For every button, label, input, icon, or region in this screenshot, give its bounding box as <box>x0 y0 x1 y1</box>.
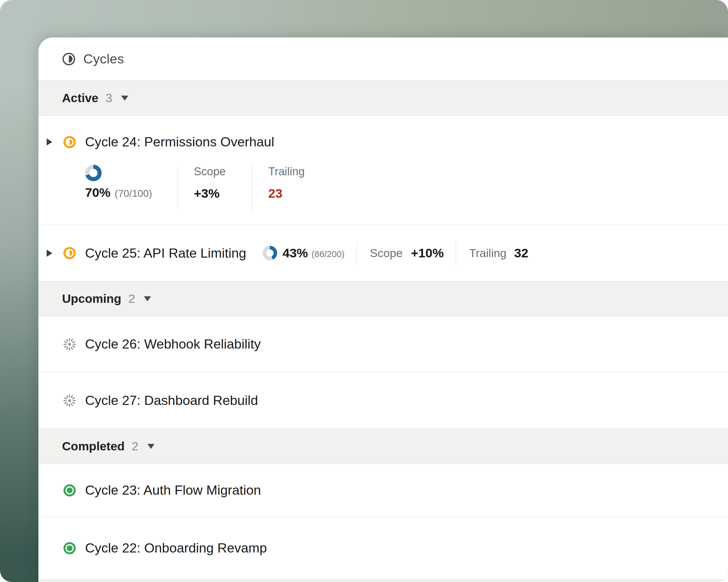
divider <box>356 242 357 265</box>
progress-ring <box>263 246 277 260</box>
cycles-panel: Cycles Active 3 Cycle 24: Permissions Ov… <box>38 37 728 582</box>
section-header-partial <box>38 579 728 582</box>
cycle-row-22[interactable]: Cycle 22: Onboarding Revamp <box>38 517 728 579</box>
scope-column: Scope +3% <box>178 165 252 210</box>
cycle-25-metrics: 43% (86/200) Scope +10% Trailing 32 <box>246 242 528 265</box>
trailing-value: 23 <box>268 186 305 201</box>
cycle-title: Cycle 22: Onboarding Revamp <box>85 541 267 556</box>
scope-value: +3% <box>194 186 252 201</box>
cycle-row-25[interactable]: Cycle 25: API Rate Limiting 43% (86/200)… <box>38 225 728 281</box>
completed-cycle-icon <box>63 542 76 555</box>
cycle-title: Cycle 23: Auth Flow Migration <box>85 482 261 498</box>
progress-fraction: (86/200) <box>311 249 344 259</box>
background: Cycles Active 3 Cycle 24: Permissions Ov… <box>0 0 728 582</box>
active-cycle-icon <box>63 136 76 149</box>
scope-label: Scope <box>194 165 252 178</box>
chevron-down-icon <box>121 95 128 101</box>
trailing-label: Trailing <box>469 247 506 260</box>
section-label: Completed <box>62 439 125 453</box>
cycle-24-title-line: Cycle 24: Permissions Overhaul <box>47 135 728 149</box>
section-header-completed[interactable]: Completed 2 <box>38 428 728 464</box>
scope-value: +10% <box>411 246 444 260</box>
expand-caret-icon[interactable] <box>47 138 52 145</box>
chevron-down-icon <box>144 296 151 301</box>
expand-caret-icon[interactable] <box>47 250 52 257</box>
section-count: 2 <box>128 292 135 306</box>
completed-cycle-icon <box>63 484 76 497</box>
upcoming-cycle-icon <box>63 338 76 351</box>
divider <box>456 242 456 265</box>
section-header-active[interactable]: Active 3 <box>38 80 728 116</box>
progress-percent: 70% <box>85 185 110 200</box>
cycle-title: Cycle 27: Dashboard Rebuild <box>85 393 258 408</box>
trailing-label: Trailing <box>268 165 305 178</box>
trailing-value: 32 <box>514 246 528 260</box>
cycle-title: Cycle 25: API Rate Limiting <box>85 246 246 261</box>
cycle-title: Cycle 26: Webhook Reliability <box>85 336 261 352</box>
chevron-down-icon <box>148 444 155 449</box>
section-header-upcoming[interactable]: Upcoming 2 <box>38 281 728 316</box>
cycle-row-27[interactable]: Cycle 27: Dashboard Rebuild <box>38 372 728 428</box>
scope-label: Scope <box>370 247 403 260</box>
progress-percent: 43% <box>282 246 308 260</box>
active-cycle-icon <box>63 246 76 260</box>
cycle-title: Cycle 24: Permissions Overhaul <box>85 134 274 149</box>
panel-header: Cycles <box>38 37 728 80</box>
section-label: Upcoming <box>62 292 121 306</box>
upcoming-cycle-icon <box>63 394 76 407</box>
cycle-row-23[interactable]: Cycle 23: Auth Flow Migration <box>38 464 728 517</box>
section-count: 3 <box>105 91 112 105</box>
progress-ring <box>85 165 102 181</box>
section-label: Active <box>62 91 98 105</box>
cycle-row-24[interactable]: Cycle 24: Permissions Overhaul 70% (70/1… <box>38 116 728 225</box>
page-title: Cycles <box>83 51 124 67</box>
progress-fraction: (70/100) <box>115 188 152 199</box>
cycle-row-26[interactable]: Cycle 26: Webhook Reliability <box>38 316 728 372</box>
cycles-icon <box>62 52 76 66</box>
cycle-24-metrics: 70% (70/100) Scope +3% Trailing 23 <box>85 165 728 210</box>
progress-column: 70% (70/100) <box>85 165 177 210</box>
section-count: 2 <box>132 439 138 453</box>
trailing-column: Trailing 23 <box>252 165 305 210</box>
